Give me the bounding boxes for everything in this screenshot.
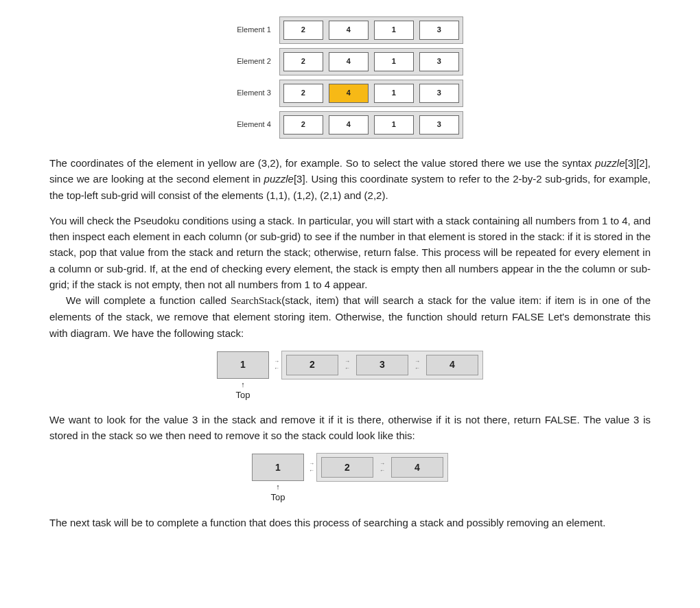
- text: You will check the Pseudoku conditions u…: [49, 215, 651, 290]
- grid-cell: 2: [283, 84, 323, 103]
- stack-connector-icon: →←: [342, 355, 352, 375]
- paragraph-stack-check: You will check the Pseudoku conditions u…: [49, 213, 651, 292]
- grid-cell: 3: [419, 84, 459, 103]
- grid-cell: 1: [374, 21, 414, 40]
- stack-rest-container: 2→←3→←4: [281, 351, 483, 379]
- grid-cell: 1: [374, 115, 414, 135]
- paragraph-next-task: The next task will be to complete a func…: [49, 515, 651, 530]
- text: The next task will be to complete a func…: [49, 517, 605, 528]
- stack-top-element: 1: [252, 454, 304, 481]
- grid-row: Element 12413: [237, 16, 463, 44]
- top-label: Top: [236, 388, 250, 402]
- stack-connector-icon: →←: [412, 355, 422, 375]
- grid-cell: 3: [419, 21, 459, 40]
- paragraph-searchstack: We will complete a function called Searc…: [49, 292, 651, 341]
- grid-row: Element 32413: [237, 80, 463, 107]
- stack-connector-icon: →←: [307, 461, 316, 473]
- text: We want to look for the value 3 in the s…: [49, 414, 651, 441]
- grid-row: Element 22413: [237, 48, 463, 75]
- grid-row: Element 42413: [237, 111, 463, 139]
- grid-cell: 4: [329, 21, 369, 40]
- grid-row-label: Element 2: [237, 48, 279, 75]
- stack-element: 4: [426, 355, 478, 375]
- grid-cell: 2: [283, 21, 323, 40]
- paragraph-remove3: We want to look for the value 3 in the s…: [49, 412, 651, 444]
- stack-top-pointer: ↑Top: [217, 381, 269, 402]
- stack-connector-icon: →←: [272, 359, 281, 371]
- stack-top-element: 1: [217, 351, 269, 379]
- grid-cell: 3: [419, 115, 459, 135]
- up-arrow-icon: ↑: [276, 483, 280, 491]
- grid-row-box: 2413: [279, 16, 463, 44]
- grid-cell: 4: [329, 115, 369, 135]
- grid-cell: 2: [283, 52, 323, 71]
- stack-before: 1→←2→←3→←4↑Top: [217, 351, 483, 402]
- grid-row-label: Element 3: [237, 80, 279, 107]
- pseudoku-grid: Element 12413Element 22413Element 32413E…: [237, 12, 463, 143]
- grid-row-label: Element 1: [237, 16, 279, 44]
- stack-element: 2: [286, 355, 338, 375]
- grid-row-box: 2413: [279, 48, 463, 75]
- paragraph-coordinates: The coordinates of the element in yellow…: [49, 155, 651, 203]
- function-name: SearchStack: [231, 295, 281, 306]
- grid-cell: 1: [374, 52, 414, 71]
- grid-row-box: 2413: [279, 111, 463, 139]
- grid-cell: 4: [329, 52, 369, 71]
- grid-cell: 1: [374, 84, 414, 103]
- stack-after: 1→←2→←4↑Top: [252, 453, 448, 504]
- stack-element: 2: [321, 457, 373, 478]
- var-puzzle: puzzle: [595, 157, 625, 169]
- grid-row-box: 2413: [279, 80, 463, 107]
- stack-rest-container: 2→←4: [316, 453, 448, 482]
- text: We will complete a function called: [66, 294, 231, 306]
- up-arrow-icon: ↑: [241, 381, 245, 388]
- var-puzzle: puzzle: [264, 173, 294, 185]
- text: The coordinates of the element in yellow…: [49, 157, 595, 169]
- grid-cell-highlighted: 4: [329, 84, 369, 103]
- stack-connector-icon: →←: [377, 457, 387, 478]
- grid-row-label: Element 4: [237, 111, 279, 139]
- grid-cell: 3: [419, 52, 459, 71]
- stack-top-pointer: ↑Top: [252, 483, 304, 504]
- grid-cell: 2: [283, 115, 323, 135]
- stack-element: 3: [356, 355, 408, 375]
- stack-element: 4: [391, 457, 443, 478]
- top-label: Top: [271, 491, 285, 504]
